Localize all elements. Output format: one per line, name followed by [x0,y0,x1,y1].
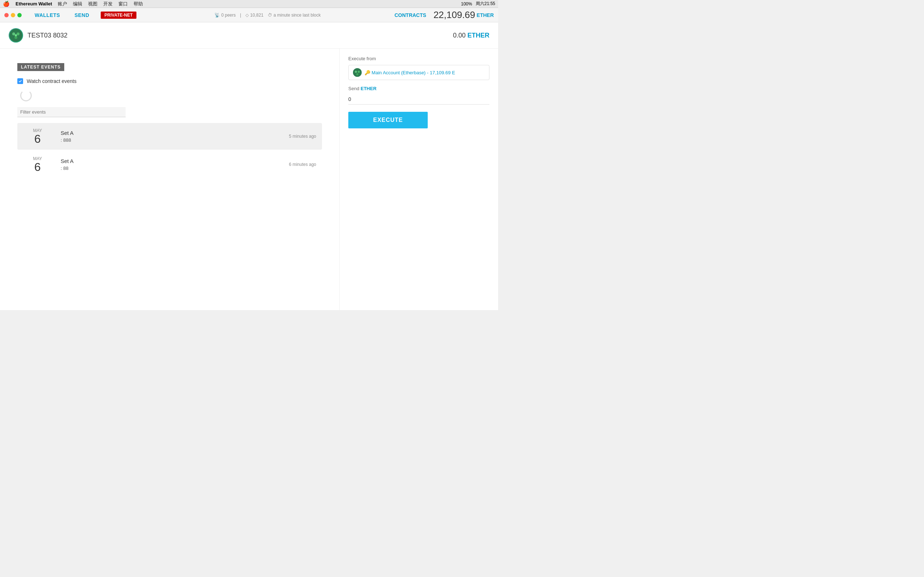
balance-unit: ETHER [477,12,494,18]
event-day: 6 [23,133,52,145]
traffic-lights [4,13,22,17]
clock: 周六21:55 [476,1,495,7]
event-date: May 6 [23,156,52,173]
event-value: : 888 [61,137,289,143]
svg-point-3 [15,36,17,39]
send-ether-input[interactable] [348,94,489,105]
event-time: 5 minutes ago [289,134,316,139]
svg-point-5 [353,68,362,77]
send-tab[interactable]: SEND [67,8,96,23]
blocks-count: ◇ 10,821 [246,13,263,18]
close-button[interactable] [4,13,9,17]
event-name: Set A [61,130,289,136]
event-details: Set A : 888 [52,130,289,143]
last-block-time: ⏱ a minute since last block [268,13,321,18]
menu-bar: 🍎 Ethereum Wallet 账户 编辑 视图 开发 窗口 帮助 100%… [0,0,498,8]
execute-button[interactable]: EXECUTE [348,112,428,128]
network-info: 📡 0 peers | ◇ 10,821 ⏱ a minute since la… [141,13,394,18]
menu-view[interactable]: 视图 [88,1,97,7]
svg-point-7 [358,71,360,73]
watch-checkbox[interactable] [17,78,23,84]
event-time: 6 minutes ago [289,162,316,167]
watch-events-row: Watch contract events [17,78,322,84]
svg-point-6 [355,71,357,73]
svg-point-2 [16,32,19,35]
menu-window[interactable]: 窗口 [118,1,128,7]
contract-name: TEST03 8032 [27,32,453,39]
svg-point-4 [15,34,17,36]
account-avatar-icon [353,68,362,77]
watch-label: Watch contract events [27,78,76,84]
wallets-tab[interactable]: WALLETS [27,8,67,23]
apple-menu[interactable]: 🍎 [3,1,10,7]
total-balance: 22,109.69 [433,10,475,21]
contract-balance: 0.00 ETHER [453,32,489,39]
nav-tabs: WALLETS SEND PRIVATE-NET 📡 0 peers | ◇ 1… [27,8,494,23]
event-date: May 6 [23,128,52,145]
app-name: Ethereum Wallet [16,1,52,6]
execute-from-label: Execute from [348,56,489,61]
contract-header: TEST03 8032 0.00 ETHER [0,23,498,49]
left-panel: LATEST EVENTS Watch contract events May [0,49,339,310]
contracts-tab[interactable]: CONTRACTS [394,12,426,18]
maximize-button[interactable] [17,13,22,17]
title-bar: WALLETS SEND PRIVATE-NET 📡 0 peers | ◇ 1… [0,8,498,23]
account-name: 🔑 Main Account (Etherbase) - 17,109.69 E [365,70,455,76]
right-panel: Execute from 🔑 Main Account (Etherbase) … [339,49,498,310]
svg-point-1 [12,32,15,35]
svg-point-8 [356,73,359,76]
events-section: LATEST EVENTS Watch contract events May [9,56,331,178]
menu-accounts[interactable]: 账户 [58,1,67,7]
send-label: Send ETHER [348,86,489,91]
event-day: 6 [23,161,52,173]
menu-develop[interactable]: 开发 [103,1,113,7]
filter-events-input[interactable] [17,107,126,117]
menu-edit[interactable]: 编辑 [73,1,82,7]
battery-indicator: 100% [461,2,472,6]
menu-help[interactable]: 帮助 [134,1,143,7]
event-name: Set A [61,158,289,164]
peers-count: 📡 0 peers [215,13,236,18]
loading-spinner [20,90,32,102]
event-value: : 88 [61,166,289,171]
content-area: LATEST EVENTS Watch contract events May [0,49,498,310]
minimize-button[interactable] [11,13,15,17]
private-net-badge: PRIVATE-NET [101,11,136,19]
contract-avatar [9,28,23,43]
account-selector[interactable]: 🔑 Main Account (Etherbase) - 17,109.69 E [348,65,489,80]
events-title: LATEST EVENTS [17,63,64,71]
event-details: Set A : 88 [52,158,289,171]
event-row: May 6 Set A : 88 6 minutes ago [17,151,322,178]
event-row: May 6 Set A : 888 5 minutes ago [17,123,322,150]
main-window: WALLETS SEND PRIVATE-NET 📡 0 peers | ◇ 1… [0,8,498,310]
menu-bar-right: 100% 周六21:55 [461,1,495,7]
